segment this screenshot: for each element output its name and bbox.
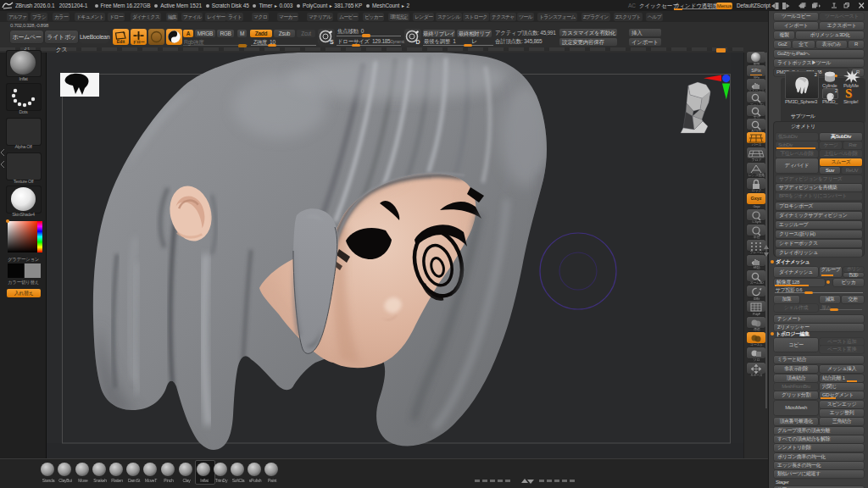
svg-text:D: D	[416, 39, 420, 45]
svg-text:Edit: Edit	[117, 39, 125, 44]
svg-text:ドロー: ドロー	[132, 39, 145, 45]
svg-text:S: S	[330, 39, 334, 45]
